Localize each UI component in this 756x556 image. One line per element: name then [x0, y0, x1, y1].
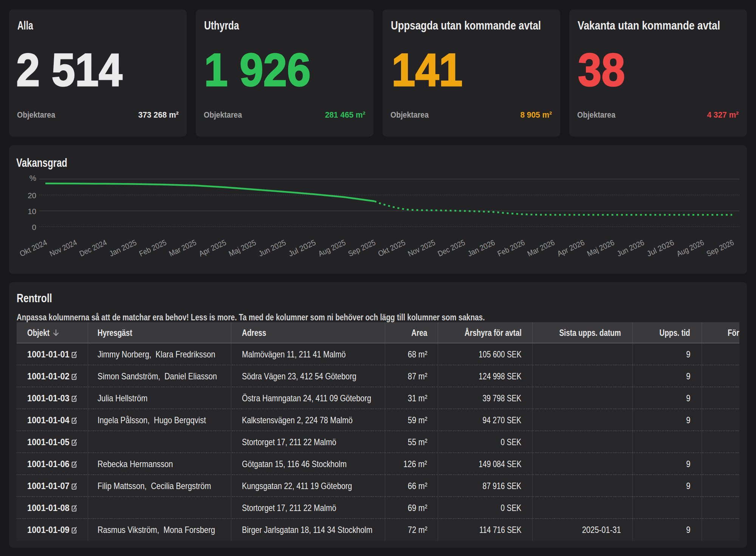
svg-text:Aug 2025: Aug 2025: [317, 238, 347, 258]
svg-text:Jul 2026: Jul 2026: [645, 238, 675, 258]
svg-text:Jan 2026: Jan 2026: [466, 238, 496, 258]
svg-text:Nov 2025: Nov 2025: [406, 238, 437, 258]
svg-text:Feb 2026: Feb 2026: [496, 238, 526, 258]
svg-text:%: %: [29, 174, 36, 182]
svg-text:0: 0: [32, 223, 36, 231]
svg-text:10: 10: [28, 207, 36, 216]
svg-text:Apr 2026: Apr 2026: [556, 238, 586, 258]
svg-text:Jun 2025: Jun 2025: [257, 238, 287, 258]
svg-text:Dec 2024: Dec 2024: [78, 238, 108, 258]
svg-text:Maj 2026: Maj 2026: [586, 238, 616, 258]
svg-text:Aug 2026: Aug 2026: [675, 238, 705, 258]
svg-text:20: 20: [28, 191, 36, 200]
svg-text:Mar 2025: Mar 2025: [167, 238, 198, 258]
svg-text:Jun 2026: Jun 2026: [615, 238, 646, 258]
svg-text:Jul 2025: Jul 2025: [287, 238, 317, 258]
svg-text:Sep 2026: Sep 2026: [705, 238, 735, 258]
svg-text:Jan 2025: Jan 2025: [108, 238, 138, 258]
svg-text:Dec 2025: Dec 2025: [436, 238, 466, 258]
svg-text:Maj 2025: Maj 2025: [227, 238, 257, 258]
svg-text:Nov 2024: Nov 2024: [48, 238, 78, 258]
svg-text:Okt 2024: Okt 2024: [18, 238, 48, 258]
svg-text:Apr 2025: Apr 2025: [197, 238, 228, 258]
svg-text:Okt 2025: Okt 2025: [376, 238, 407, 258]
svg-text:Feb 2025: Feb 2025: [138, 238, 168, 258]
svg-text:Mar 2026: Mar 2026: [526, 238, 556, 258]
svg-text:Sep 2025: Sep 2025: [347, 238, 377, 258]
